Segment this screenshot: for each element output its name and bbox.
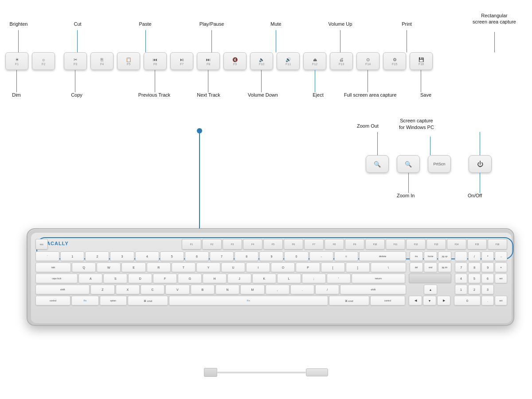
fn-key-f1[interactable]: F1 [182,239,201,250]
fn-key-f9[interactable]: F9 [345,239,364,250]
key-slash[interactable]: / [315,285,339,294]
numpad-0[interactable]: 0 [454,296,481,305]
key-1[interactable]: 1 [60,251,84,261]
key-capslock[interactable]: caps lock [35,274,78,283]
key-minus[interactable]: - [309,251,333,261]
key-shift-l[interactable]: shift [35,285,90,294]
zoom-in-key[interactable]: 🔍 [397,155,420,173]
numpad-1[interactable]: 1 [455,285,467,294]
key-left[interactable]: ◀ [409,296,422,305]
key-opt-l[interactable]: option [100,296,127,305]
fn-key-f7[interactable]: F7 [304,239,324,250]
key-f1[interactable]: ☀ F1 [5,52,28,70]
key-b[interactable]: B [191,285,215,294]
key-y[interactable]: Y [196,262,220,272]
fn-key-f11[interactable]: F11 [386,239,405,250]
key-space[interactable]: Fn [169,296,328,305]
key-ctrl-r[interactable]: control [370,296,405,305]
key-lbracket[interactable]: [ [321,262,345,272]
numpad-enter[interactable]: ent [495,274,507,283]
key-2[interactable]: 2 [85,251,109,261]
key-r[interactable]: R [147,262,171,272]
numpad-plus[interactable]: + [495,262,507,272]
fn-key-esc[interactable]: esc [35,239,48,250]
key-end[interactable]: end [424,262,437,272]
key-u[interactable]: U [221,262,245,272]
fn-key-f2[interactable]: F2 [202,239,222,250]
key-d[interactable]: D [128,274,152,283]
key-o[interactable]: O [271,262,295,272]
key-down[interactable]: ▼ [423,296,436,305]
fn-key-f4[interactable]: F4 [243,239,262,250]
key-up[interactable]: ▲ [424,285,437,294]
key-ins[interactable]: ins [410,251,423,261]
key-h[interactable]: H [203,274,227,283]
zoom-out-key[interactable]: 🔍 [366,155,389,173]
fn-key-f5[interactable]: F5 [263,239,283,250]
key-ctrl-l[interactable]: control [35,296,70,305]
key-return[interactable]: return [352,274,405,283]
numpad-2[interactable]: 2 [468,285,481,294]
key-k[interactable]: K [252,274,276,283]
fn-key-f12[interactable]: F12 [406,239,426,250]
key-shift-r[interactable]: shift [340,285,406,294]
numpad-mul[interactable]: - [495,251,507,261]
key-v[interactable]: V [165,285,189,294]
key-backslash[interactable]: \ [371,262,406,272]
key-f3[interactable]: ✂ F3 [64,52,87,70]
numpad-6[interactable]: 6 [481,274,494,283]
key-f2[interactable]: ☼ F2 [32,52,55,70]
key-f16[interactable]: 💾 F16 [410,52,433,70]
key-fn[interactable]: Fn [71,296,98,305]
fn-key-f3[interactable]: F3 [223,239,242,250]
key-backtick[interactable]: ` [35,251,59,261]
key-6[interactable]: 6 [185,251,209,261]
key-f[interactable]: F [153,274,177,283]
key-f15[interactable]: ⚙ F15 [383,52,406,70]
key-5[interactable]: 5 [160,251,184,261]
fn-key-f8[interactable]: F8 [325,239,344,250]
key-j[interactable]: J [227,274,251,283]
key-8[interactable]: 8 [235,251,258,261]
key-q[interactable]: Q [72,262,96,272]
key-delete[interactable]: delete [359,251,406,261]
key-f14[interactable]: ⊙ F14 [356,52,379,70]
key-home[interactable]: home [424,251,437,261]
numpad-enter2[interactable]: ent [495,296,507,305]
key-w[interactable]: W [97,262,121,272]
key-f5[interactable]: 📋 F5 [117,52,140,70]
key-l[interactable]: L [277,274,301,283]
key-c[interactable]: C [141,285,164,294]
key-i[interactable]: I [246,262,270,272]
key-f9[interactable]: 🔇 F9 [223,52,246,70]
fn-key-f15[interactable]: F15 [467,239,487,250]
key-pgup[interactable]: pg up [438,251,451,261]
power-key[interactable]: ⏻ [469,155,492,173]
numpad-div[interactable]: * [481,251,494,261]
numpad-clear[interactable] [455,251,467,261]
key-f8[interactable]: ⏭ F8 [197,52,220,70]
key-tab[interactable]: tab [35,262,71,272]
key-semicolon[interactable]: ; [302,274,326,283]
key-f10[interactable]: 🔈 F10 [250,52,273,70]
key-f4[interactable]: ⎘ F4 [90,52,113,70]
key-del2[interactable]: del [410,262,423,272]
key-4[interactable]: 4 [135,251,159,261]
key-period[interactable]: . [290,285,314,294]
key-e[interactable]: E [121,262,145,272]
key-right[interactable]: ▶ [437,296,450,305]
key-f11[interactable]: 🔊 F11 [277,52,300,70]
fn-key-f10[interactable]: F10 [365,239,385,250]
key-equal[interactable]: = [334,251,358,261]
key-f7[interactable]: ⏯ F7 [170,52,193,70]
numpad-8[interactable]: 8 [468,262,481,272]
key-9[interactable]: 9 [259,251,283,261]
key-s[interactable]: S [103,274,127,283]
key-f6[interactable]: ⏮ F6 [144,52,167,70]
numpad-eq[interactable]: / [468,251,481,261]
key-cmd-l[interactable]: ⌘ cmd [128,296,168,305]
fn-key-f14[interactable]: F14 [447,239,466,250]
numpad-5[interactable]: 5 [468,274,481,283]
key-7[interactable]: 7 [210,251,234,261]
key-n[interactable]: N [215,285,239,294]
